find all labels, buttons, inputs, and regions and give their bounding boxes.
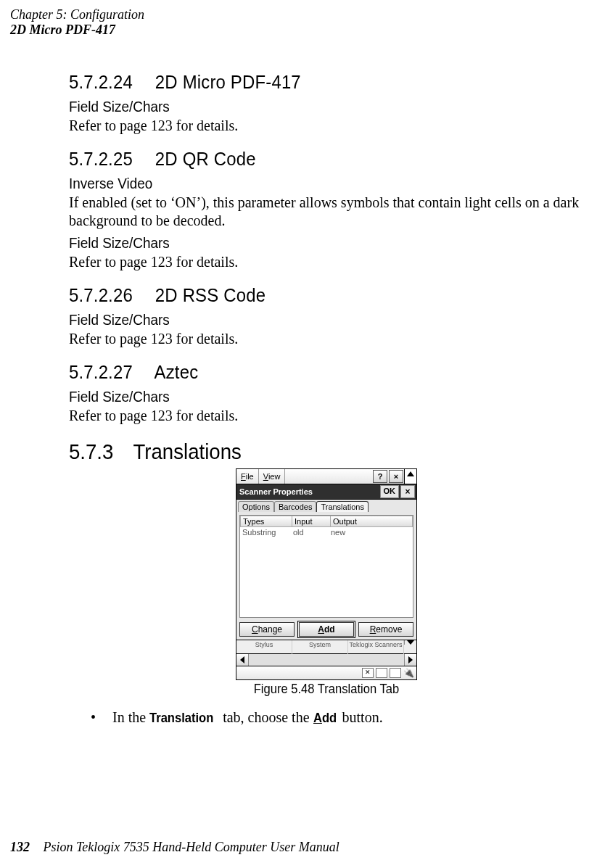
scroll-up-button[interactable] (405, 468, 417, 484)
power-icon[interactable]: 🔌 (403, 668, 414, 678)
heading-5-7-3: 5.7.3 Translations (69, 439, 543, 464)
help-button[interactable]: ? (373, 470, 387, 483)
page-number: 132 (10, 840, 30, 854)
body-text: If enabled (set to ‘ON’), this parameter… (69, 194, 584, 230)
column-types[interactable]: Types (240, 516, 292, 527)
dialog-titlebar: Scanner Properties OK × (236, 484, 417, 500)
dialog-close-button[interactable]: × (400, 485, 415, 498)
body-text: Refer to page 123 for details. (69, 330, 584, 348)
triangle-right-icon (408, 656, 413, 664)
body-text: Refer to page 123 for details. (69, 407, 584, 425)
close-icon: × (405, 487, 410, 497)
cell-output: new (329, 527, 413, 537)
figure-wrapper: File View ? × Scanner Properties OK × (69, 468, 584, 708)
bold-translation: Translation (149, 710, 213, 727)
heading-5-7-2-26: 5.7.2.26 2D RSS Code (69, 284, 543, 307)
system-tray: 🔌 (236, 666, 417, 680)
tab-barcodes[interactable]: Barcodes (274, 501, 316, 512)
subheading-inverse-video: Inverse Video (69, 175, 532, 192)
tray-icon[interactable] (390, 668, 401, 678)
icon-stylus[interactable]: Stylus (236, 640, 292, 654)
triangle-down-icon (407, 640, 414, 645)
desktop-icons: Stylus System Teklogix Scanners (236, 640, 417, 654)
tray-icon[interactable] (376, 668, 387, 678)
footer: 132 Psion Teklogix 7535 Hand-Held Comput… (10, 840, 339, 855)
list-row[interactable]: Substring old new (240, 527, 413, 537)
main-content: 5.7.2.24 2D Micro PDF-417 Field Size/Cha… (69, 58, 584, 727)
section-label: 2D Micro PDF-417 (10, 22, 144, 38)
menu-file[interactable]: File (236, 469, 259, 484)
change-button[interactable]: Change (239, 622, 295, 637)
scroll-left-button[interactable] (236, 654, 249, 666)
text: tab, choose the (219, 709, 313, 725)
icon-teklogix-scanners[interactable]: Teklogix Scanners (348, 640, 404, 654)
menubar: File View ? × (236, 468, 405, 484)
footer-text: Psion Teklogix 7535 Hand-Held Computer U… (44, 840, 339, 854)
tab-translations[interactable]: Translations (316, 501, 369, 512)
triangle-left-icon (240, 656, 244, 664)
running-header: Chapter 5: Configuration 2D Micro PDF-41… (10, 7, 144, 37)
icon-system[interactable]: System (292, 640, 348, 654)
heading-5-7-2-25: 5.7.2.25 2D QR Code (69, 148, 543, 170)
tray-icon[interactable] (362, 668, 374, 678)
list-header: Types Input Output (240, 516, 413, 527)
horizontal-scrollbar[interactable] (236, 654, 417, 666)
screenshot: File View ? × Scanner Properties OK × (236, 468, 417, 680)
bullet-dot-icon: • (91, 708, 112, 727)
body-text: Refer to page 123 for details. (69, 117, 584, 135)
triangle-up-icon (407, 471, 414, 476)
remove-button[interactable]: Remove (358, 622, 413, 637)
chapter-label: Chapter 5: Configuration (10, 7, 144, 22)
scrollbar-track[interactable] (249, 654, 404, 666)
bold-add: Add (313, 710, 337, 727)
cell-input: old (291, 527, 329, 537)
column-output[interactable]: Output (331, 516, 413, 527)
text: In the (112, 709, 149, 725)
translations-list[interactable]: Types Input Output Substring old new (239, 515, 413, 618)
body-text: Refer to page 123 for details. (69, 253, 584, 271)
tab-options[interactable]: Options (238, 501, 274, 512)
heading-5-7-2-24: 5.7.2.24 2D Micro PDF-417 (69, 71, 543, 94)
heading-5-7-2-27: 5.7.2.27 Aztec (69, 361, 543, 384)
scroll-down-button[interactable] (404, 640, 416, 645)
subheading-field-size: Field Size/Chars (69, 98, 532, 115)
figure-caption: Figure 5.48 Translation Tab (254, 682, 399, 697)
cell-types: Substring (240, 527, 291, 537)
column-input[interactable]: Input (292, 516, 331, 527)
subheading-field-size: Field Size/Chars (69, 234, 532, 252)
scroll-right-button[interactable] (404, 654, 416, 666)
close-button[interactable]: × (389, 470, 403, 483)
subheading-field-size: Field Size/Chars (69, 388, 532, 405)
subheading-field-size: Field Size/Chars (69, 311, 532, 328)
tab-panel: Types Input Output Substring old new Cha… (236, 512, 417, 640)
add-button[interactable]: Add (299, 622, 354, 637)
button-row: Change Add Remove (239, 622, 413, 637)
menu-view[interactable]: View (259, 469, 286, 484)
bullet-item: • In the Translation tab, choose the Add… (91, 708, 584, 727)
ok-button[interactable]: OK (380, 485, 400, 498)
text: button. (339, 709, 383, 725)
dialog-title: Scanner Properties (239, 487, 313, 496)
tabs: Options Barcodes Translations (236, 500, 417, 512)
